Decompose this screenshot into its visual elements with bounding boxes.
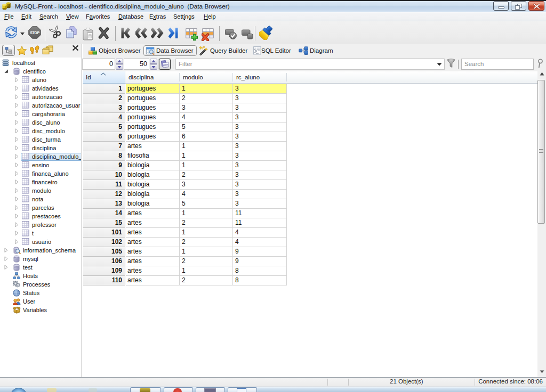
svg-text:STOP: STOP [30,31,39,35]
